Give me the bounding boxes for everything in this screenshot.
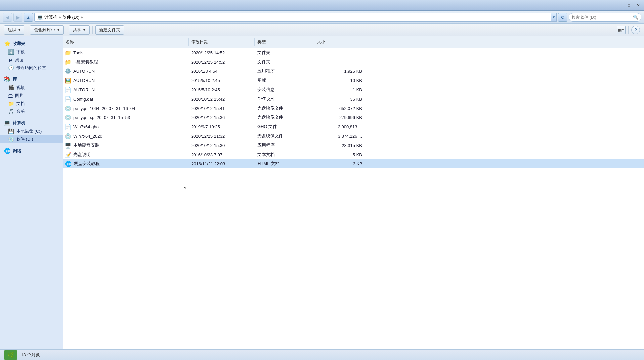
forward-button[interactable]: ▶ [13,13,22,22]
table-row[interactable]: 💿Win7x64_20202020/12/25 11:32光盘映像文件3,874… [63,131,644,141]
table-row[interactable]: 💿pe_yqs_1064_20_07_31_16_042020/10/12 15… [63,104,644,113]
new-folder-button[interactable]: 新建文件夹 [95,25,124,35]
file-list-body[interactable]: 📁Tools2020/12/25 14:52文件夹📁U盘安装教程2020/12/… [63,48,644,349]
view-button[interactable]: ▦ ▼ [617,26,626,34]
computer-section: 💻 计算机 💾 本地磁盘 (C:) 💿 软件 (D:) [0,118,63,143]
sidebar-item-documents[interactable]: 📁 文档 [0,100,63,108]
file-area: 名称 修改日期 类型 大小 📁Tools2020/12/25 14:52文件夹📁… [63,36,644,349]
up-button[interactable]: ▲ [24,13,33,22]
file-type: 文件夹 [255,50,314,56]
file-name-cell: 📝光盘说明 [63,152,189,158]
file-size: 10 KB [314,78,367,83]
table-row[interactable]: 💿pe_yqs_xp_20_07_31_15_532020/10/12 15:3… [63,113,644,122]
sidebar-item-ddrive[interactable]: 💿 软件 (D:) [0,135,63,143]
sidebar: ⭐ 收藏夹 ⬇️ 下载 🖥 桌面 🕐 最近访问的位置 📚 库 [0,36,63,349]
documents-icon: 📁 [8,101,14,107]
breadcrumb-computer[interactable]: 计算机 [44,14,57,20]
col-header-size[interactable]: 大小 [314,38,367,46]
file-size: 652,072 KB [314,106,367,111]
breadcrumb-dropdown[interactable]: ▼ [551,13,557,22]
share-label: 共享 [73,27,81,33]
file-icon: 💿 [65,114,71,121]
include-button[interactable]: 包含到库中 ▼ [30,25,64,35]
sidebar-item-recent-label: 最近访问的位置 [16,65,46,71]
new-folder-label: 新建文件夹 [99,27,120,33]
file-name-cell: 📄AUTORUN [63,87,189,93]
col-header-modified[interactable]: 修改日期 [189,38,255,46]
organize-button[interactable]: 组织 ▼ [4,25,24,35]
table-row[interactable]: 📄Config.dat2020/10/12 15:42DAT 文件36 KB [63,94,644,104]
computer-label: 计算机 [13,120,25,126]
include-label: 包含到库中 [34,27,55,33]
search-input[interactable] [572,15,632,20]
file-type: HTML 文档 [255,161,315,167]
favorites-section: ⭐ 收藏夹 ⬇️ 下载 🖥 桌面 🕐 最近访问的位置 [0,39,63,72]
view-arrow: ▼ [622,28,624,32]
sidebar-item-music[interactable]: 🎵 音乐 [0,108,63,115]
search-bar[interactable]: 🔍 [569,13,641,22]
main-layout: ⭐ 收藏夹 ⬇️ 下载 🖥 桌面 🕐 最近访问的位置 📚 库 [0,36,644,349]
sidebar-item-pictures[interactable]: 🖼 图片 [0,92,63,100]
file-name: Config.dat [73,97,93,102]
share-arrow: ▼ [83,28,86,32]
file-name-cell: 🖼️AUTORUN [63,77,189,84]
table-row[interactable]: 📁Tools2020/12/25 14:52文件夹 [63,48,644,57]
sidebar-item-download[interactable]: ⬇️ 下载 [0,48,63,56]
library-group[interactable]: 📚 库 [0,75,63,84]
network-group[interactable]: 🌐 网络 [0,146,63,155]
table-row[interactable]: 🖥️本地硬盘安装2020/10/12 15:30应用程序28,315 KB [63,141,644,150]
network-section: 🌐 网络 [0,146,63,155]
file-icon: 🖥️ [65,142,71,149]
table-row[interactable]: 🌐硬盘安装教程2016/11/21 22:03HTML 文档3 KB [63,159,644,168]
back-button[interactable]: ◀ [3,13,12,22]
network-icon: 🌐 [4,148,11,154]
library-icon: 📚 [4,76,11,82]
addressbar: ◀ ▶ ▲ 💻 计算机 ▶ 软件 (D:) ▶ ▼ ↻ 🔍 [0,11,644,24]
table-row[interactable]: 🖼️AUTORUN2015/5/10 2:45图标10 KB [63,76,644,85]
sidebar-item-video[interactable]: 🎬 视频 [0,84,63,92]
table-row[interactable]: 📝光盘说明2016/10/23 7:07文本文档5 KB [63,150,644,159]
computer-group[interactable]: 💻 计算机 [0,118,63,127]
file-modified: 2019/9/7 19:25 [189,124,255,129]
help-button[interactable]: ? [631,26,640,34]
share-button[interactable]: 共享 ▼ [69,25,90,35]
table-row[interactable]: 📄Win7x64.gho2019/9/7 19:25GHO 文件2,900,81… [63,122,644,131]
sidebar-item-desktop[interactable]: 🖥 桌面 [0,56,63,64]
col-header-name[interactable]: 名称 [63,38,189,46]
search-icon[interactable]: 🔍 [633,15,638,20]
breadcrumb-drive[interactable]: 软件 (D:) [63,14,79,20]
file-size: 3,874,126 ... [314,134,367,139]
favorites-group[interactable]: ⭐ 收藏夹 [0,39,63,48]
file-name-cell: 📁U盘安装教程 [63,59,189,65]
file-name-cell: 📄Win7x64.gho [63,124,189,130]
file-type: 光盘映像文件 [255,133,314,139]
sidebar-item-recent[interactable]: 🕐 最近访问的位置 [0,64,63,72]
file-type: 应用程序 [255,68,314,74]
sidebar-div1 [3,73,60,73]
file-type: 图标 [255,77,314,83]
maximize-button[interactable]: □ [625,2,633,9]
status-logo: 🌿 [4,350,17,360]
breadcrumb-sep2: ▶ [81,15,83,19]
file-modified: 2020/10/12 15:36 [189,115,255,120]
minimize-button[interactable]: － [616,2,624,9]
toolbar-sep1 [27,26,27,34]
file-name: pe_yqs_xp_20_07_31_15_53 [73,115,130,120]
sidebar-item-documents-label: 文档 [16,101,25,107]
file-name-cell: 🌐硬盘安装教程 [63,161,189,167]
file-name-cell: 💿pe_yqs_xp_20_07_31_15_53 [63,114,189,121]
file-type: 应用程序 [255,142,314,148]
table-row[interactable]: 📁U盘安装教程2020/12/25 14:52文件夹 [63,57,644,67]
sidebar-item-cdrive[interactable]: 💾 本地磁盘 (C:) [0,127,63,135]
file-name: U盘安装教程 [73,59,98,65]
close-button[interactable]: ✕ [634,2,643,9]
refresh-button[interactable]: ↻ [558,13,567,22]
cdrive-icon: 💾 [8,128,14,134]
table-row[interactable]: 📄AUTORUN2015/5/10 2:45安装信息1 KB [63,85,644,94]
network-label: 网络 [13,148,21,154]
table-row[interactable]: ⚙️AUTORUN2016/1/8 4:54应用程序1,926 KB [63,67,644,76]
file-type: 光盘映像文件 [255,114,314,120]
sidebar-item-video-label: 视频 [16,85,25,91]
file-modified: 2015/5/10 2:45 [189,87,255,92]
col-header-type[interactable]: 类型 [255,38,314,46]
